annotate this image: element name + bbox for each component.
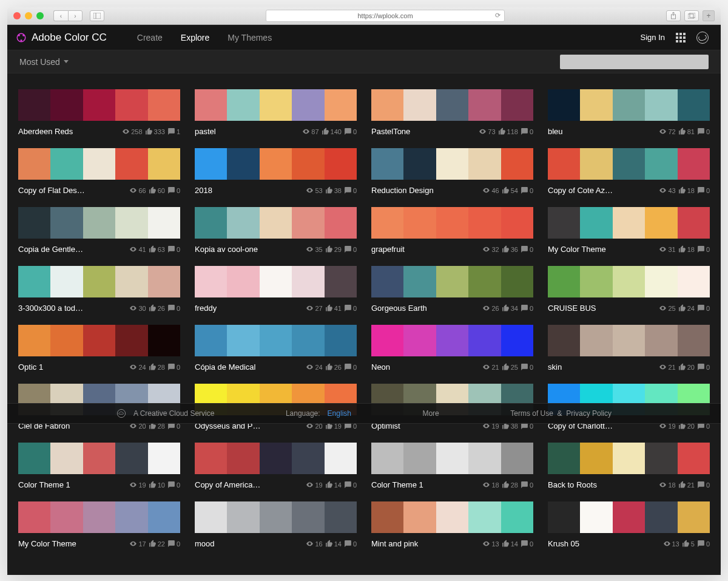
palette-card[interactable]: Color Theme 118280 <box>371 443 533 489</box>
swatch <box>325 266 357 297</box>
comment-icon <box>697 481 705 489</box>
palette-card[interactable]: Reduction Design46540 <box>371 148 533 195</box>
swatch <box>501 89 533 121</box>
palette-swatches <box>195 325 357 356</box>
palette-title: My Color Theme <box>18 539 76 548</box>
swatch <box>403 89 436 121</box>
nav-explore[interactable]: Explore <box>181 33 209 42</box>
reload-icon[interactable]: ⟳ <box>495 12 500 19</box>
palette-card[interactable]: Back to Roots18210 <box>548 443 710 489</box>
palette-card[interactable]: Kopia av cool-one35290 <box>195 207 357 254</box>
back-button[interactable]: ‹ <box>53 10 68 21</box>
swatch <box>195 89 227 121</box>
palette-title: Color Theme 1 <box>371 480 423 489</box>
likes-stat: 22 <box>149 540 165 548</box>
palette-card[interactable]: pastel871400 <box>195 89 357 136</box>
palette-meta: freddy27410 <box>195 304 357 313</box>
palette-card[interactable]: bleu72810 <box>548 89 710 136</box>
footer-language-link[interactable]: English <box>328 409 351 418</box>
palette-card[interactable]: Copia de Gentle…41630 <box>18 207 180 254</box>
sign-in-link[interactable]: Sign In <box>641 33 665 42</box>
palette-card[interactable]: Cópia de Medical24260 <box>195 325 357 372</box>
swatch <box>195 443 227 474</box>
palette-title: Neon <box>371 362 390 372</box>
palette-card[interactable]: Optic 124280 <box>18 325 180 372</box>
palette-meta: PastelTone731180 <box>371 127 533 136</box>
url-bar[interactable]: https://wplook.com ⟳ <box>266 10 505 22</box>
comment-icon <box>167 481 175 489</box>
footer-more[interactable]: More <box>422 409 439 418</box>
palette-card[interactable]: Copy of Cote Az…43180 <box>548 148 710 195</box>
swatch <box>371 325 403 356</box>
palette-card[interactable]: Color Theme 119100 <box>18 443 180 489</box>
swatch <box>83 443 115 474</box>
close-window-button[interactable] <box>13 12 21 19</box>
swatch <box>580 443 612 474</box>
likes-stat: 14 <box>325 481 342 489</box>
views-stat: 19 <box>129 481 146 489</box>
palette-card[interactable]: 3-300x300 a tod…30260 <box>18 266 180 313</box>
footer-service: A Creative Cloud Service <box>133 409 214 418</box>
swatch <box>501 501 533 533</box>
tabs-button[interactable] <box>684 10 699 21</box>
palette-card[interactable]: grapefruit32360 <box>371 207 533 254</box>
sort-dropdown[interactable]: Most Used <box>19 57 69 67</box>
swatch <box>195 325 227 356</box>
swatch <box>18 501 50 533</box>
likes-stat: 63 <box>149 245 165 253</box>
views-stat: 27 <box>306 304 322 312</box>
views-stat: 26 <box>482 304 499 312</box>
likes-stat: 5 <box>682 540 695 548</box>
footer-terms-link[interactable]: Terms of Use <box>510 409 553 418</box>
nav-create[interactable]: Create <box>137 33 163 42</box>
swatch <box>580 207 612 239</box>
swatch <box>678 266 710 297</box>
share-button[interactable] <box>666 10 681 21</box>
search-input[interactable] <box>560 55 709 69</box>
palette-stats: 32360 <box>482 245 533 253</box>
palette-stats: 2583331 <box>122 127 180 135</box>
apps-grid-icon[interactable] <box>676 33 686 42</box>
footer-privacy-link[interactable]: Privacy Policy <box>566 409 612 418</box>
minimize-window-button[interactable] <box>25 12 32 19</box>
palette-card[interactable]: My Color Theme17220 <box>18 501 180 548</box>
eye-icon <box>659 481 667 489</box>
palette-card[interactable]: CRUISE BUS25240 <box>548 266 710 313</box>
swatch <box>227 443 259 474</box>
palette-card[interactable]: Neon21250 <box>371 325 533 372</box>
comment-icon <box>697 363 705 371</box>
palette-card[interactable]: Aberdeen Reds2583331 <box>18 89 180 136</box>
creative-cloud-icon[interactable] <box>696 32 709 44</box>
eye-icon <box>659 127 667 135</box>
palette-card[interactable]: Copy of America…19140 <box>195 443 357 489</box>
palette-card[interactable]: Krush 051350 <box>548 501 710 548</box>
comment-icon <box>167 363 175 371</box>
thumbs-up-icon <box>678 304 686 312</box>
thumbs-up-icon <box>678 127 686 135</box>
thumbs-up-icon <box>149 363 157 371</box>
palette-card[interactable]: freddy27410 <box>195 266 357 313</box>
eye-icon <box>663 540 671 548</box>
eye-icon <box>306 363 314 371</box>
maximize-window-button[interactable] <box>36 12 44 19</box>
sidebar-toggle-button[interactable] <box>90 10 104 21</box>
palette-stats: 46540 <box>482 186 533 194</box>
palette-title: Color Theme 1 <box>18 480 70 489</box>
palette-card[interactable]: Mint and pink13140 <box>371 501 533 548</box>
palette-swatches <box>195 266 357 297</box>
palette-card[interactable]: My Color Theme31180 <box>548 207 710 254</box>
palette-card[interactable]: Gorgeous Earth26340 <box>371 266 533 313</box>
comment-icon <box>344 186 352 194</box>
palette-card[interactable]: mood16140 <box>195 501 357 548</box>
new-tab-button[interactable]: + <box>703 10 715 21</box>
nav-mythemes[interactable]: My Themes <box>228 33 272 42</box>
palette-stats: 18210 <box>659 481 710 489</box>
forward-button[interactable]: › <box>68 10 83 21</box>
palette-card[interactable]: PastelTone731180 <box>371 89 533 136</box>
brand[interactable]: Adobe Color CC <box>16 32 107 44</box>
palette-card[interactable]: 201853380 <box>195 148 357 195</box>
footer-and: & <box>558 409 562 418</box>
palette-title: 3-300x300 a tod… <box>18 304 83 313</box>
palette-card[interactable]: Copy of Flat Des…66600 <box>18 148 180 195</box>
palette-card[interactable]: skin21200 <box>548 325 710 372</box>
